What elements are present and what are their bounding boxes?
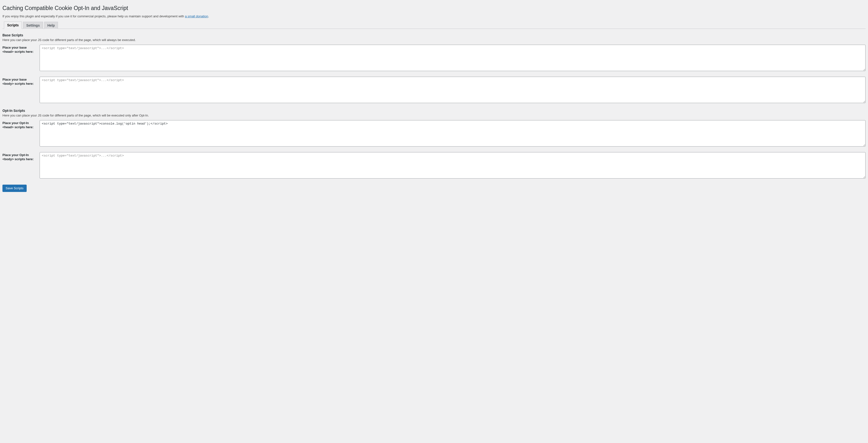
donation-link[interactable]: a small donation xyxy=(185,14,208,18)
tab-settings[interactable]: Settings xyxy=(23,22,43,29)
tab-scripts[interactable]: Scripts xyxy=(4,22,22,29)
intro-suffix: . xyxy=(208,14,209,18)
base-body-label: Place your base <body> scripts here: xyxy=(2,77,40,86)
base-head-textarea[interactable] xyxy=(40,45,866,71)
base-scripts-heading: Base Scripts xyxy=(2,33,866,37)
tab-nav: Scripts Settings Help xyxy=(2,22,866,29)
base-body-textarea[interactable] xyxy=(40,77,866,103)
optin-body-textarea[interactable] xyxy=(40,152,866,178)
intro-text: If you enjoy this plugin and especially … xyxy=(2,14,866,18)
intro-prefix: If you enjoy this plugin and especially … xyxy=(2,14,185,18)
optin-head-row: Place your Opt-In <head> scripts here: xyxy=(2,120,866,147)
base-head-label: Place your base <head> scripts here: xyxy=(2,45,40,54)
base-body-row: Place your base <body> scripts here: xyxy=(2,77,866,104)
submit-row: Save Scripts xyxy=(2,184,866,192)
optin-scripts-description: Here you can place your JS code for diff… xyxy=(2,113,866,117)
optin-body-label: Place your Opt-In <body> scripts here: xyxy=(2,152,40,162)
optin-body-row: Place your Opt-In <body> scripts here: xyxy=(2,152,866,179)
base-scripts-description: Here you can place your JS code for diff… xyxy=(2,38,866,42)
optin-scripts-heading: Opt-In Scripts xyxy=(2,109,866,112)
save-scripts-button[interactable]: Save Scripts xyxy=(2,184,27,192)
base-head-row: Place your base <head> scripts here: xyxy=(2,45,866,72)
tab-help[interactable]: Help xyxy=(44,22,58,29)
optin-head-textarea[interactable] xyxy=(40,120,866,146)
page-title: Caching Compatible Cookie Opt-In and Jav… xyxy=(2,2,866,13)
optin-head-label: Place your Opt-In <head> scripts here: xyxy=(2,120,40,129)
